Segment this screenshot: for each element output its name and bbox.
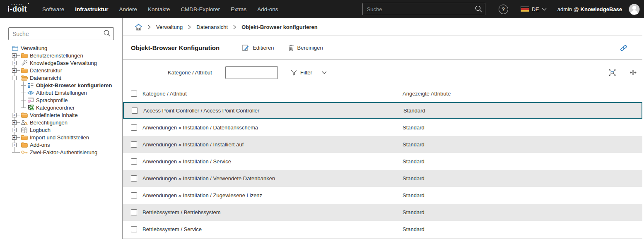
filter-button[interactable]: Filter (291, 69, 312, 76)
filter-button-label: Filter (300, 69, 312, 76)
tree-connector (21, 85, 26, 86)
topbar-search-input[interactable] (362, 3, 485, 15)
tree-item-import-und-schnittstellen[interactable]: +Import und Schnittstellen (0, 134, 122, 141)
link-icon[interactable] (619, 44, 628, 52)
collapse-toggle[interactable]: − (12, 76, 17, 80)
row-category-label: Anwendungen » Installation / Verwendete … (142, 175, 403, 182)
breadcrumb-separator-icon (188, 25, 191, 29)
menu-item-extras[interactable]: Extras (225, 0, 252, 18)
folder-icon (21, 135, 28, 140)
tree-item-attribut-einstellungen[interactable]: Attribut Einstellungen (0, 89, 122, 96)
user-menu[interactable]: admin @ KnowledgeBase (557, 6, 622, 12)
row-category-label: Anwendungen » Installation / Datenbanksc… (142, 124, 403, 131)
table-header: Kategorie / Attribut Angezeigte Attribut… (123, 85, 642, 102)
row-checkbox[interactable] (132, 108, 138, 114)
table-body: Access Point Controller / Access Point C… (123, 102, 642, 239)
row-checkbox[interactable] (131, 209, 137, 215)
menu-item-cmdb-explorer[interactable]: CMDB-Explorer (175, 0, 225, 18)
menu-item-add-ons[interactable]: Add-ons (252, 0, 283, 18)
folder-icon (21, 53, 28, 58)
tree-item-logbuch[interactable]: +Logbuch (0, 126, 122, 134)
purge-button[interactable]: Bereinigen (288, 44, 323, 51)
edit-button-label: Editieren (253, 45, 274, 51)
expand-toggle[interactable]: + (12, 120, 17, 125)
tree-item-label: Attribut Einstellungen (36, 90, 87, 96)
table-row[interactable]: Anwendungen » Installation / Datenbanksc… (123, 119, 642, 136)
menu-item-software[interactable]: Software (37, 0, 70, 18)
tree-connector (17, 70, 20, 71)
fullscreen-icon[interactable] (609, 69, 616, 76)
table-row[interactable]: Anwendungen » Installation / Installiert… (123, 136, 642, 153)
tree-connector (17, 55, 20, 56)
search-icon[interactable] (475, 5, 482, 12)
tree-item-datenansicht[interactable]: −Datenansicht (0, 74, 122, 81)
column-resize-icon[interactable] (630, 69, 637, 76)
tree-connector (17, 122, 20, 123)
table-row[interactable]: Betriebssystem / ServiceStandard (123, 221, 642, 238)
tree-item-kategorieordner[interactable]: Kategorieordner (0, 104, 122, 111)
tree-item-label: Berechtigungen (30, 120, 68, 126)
expand-toggle[interactable]: + (12, 68, 17, 73)
breadcrumb-item-verwaltung[interactable]: Verwaltung (156, 24, 183, 30)
tree-item-label: Kategorieordner (36, 105, 75, 111)
object-browser-icon (27, 83, 34, 88)
eye-icon (27, 91, 34, 95)
sidebar-search-input[interactable] (8, 27, 114, 40)
table-row[interactable]: Anwendungen » Installation / Zugewiesene… (123, 187, 642, 204)
row-checkbox[interactable] (131, 175, 137, 182)
expand-toggle[interactable]: + (12, 61, 17, 65)
tree-item-berechtigungen[interactable]: +Berechtigungen (0, 119, 122, 126)
tree-item-add-ons[interactable]: +Add-ons (0, 141, 122, 148)
home-icon[interactable] (135, 24, 142, 31)
language-selector[interactable]: DE (521, 6, 547, 12)
tree-item-vordefinierte-inhalte[interactable]: +Vordefinierte Inhalte (0, 111, 122, 119)
table-row[interactable]: Anwendungen » Installation / Verwendete … (123, 170, 642, 187)
tree-root-verwaltung[interactable]: Verwaltung (0, 44, 122, 52)
app-logo[interactable]: i-doit (7, 5, 27, 14)
search-icon[interactable] (104, 30, 111, 37)
expand-toggle[interactable]: + (12, 135, 17, 140)
tree-item-benutzereinstellungen[interactable]: +Benutzereinstellungen (0, 52, 122, 59)
select-all-checkbox[interactable] (131, 91, 137, 97)
tree-item-knowledgebase-verwaltung[interactable]: +KnowledgeBase Verwaltung (0, 59, 122, 67)
avatar[interactable] (629, 4, 640, 15)
tree-item-datenstruktur[interactable]: +Datenstruktur (0, 67, 122, 74)
row-checkbox[interactable] (131, 141, 137, 148)
edit-button[interactable]: Editieren (242, 44, 274, 51)
tree-item-sprachprofile[interactable]: Sprachprofile (0, 96, 122, 104)
expand-toggle[interactable]: + (12, 53, 17, 58)
row-attributes-label: Standard (403, 175, 642, 182)
filter-dropdown-icon[interactable] (322, 71, 327, 74)
help-icon[interactable] (499, 5, 508, 14)
tree-item-label: Add-ons (30, 142, 50, 148)
row-checkbox[interactable] (131, 226, 137, 232)
table-row[interactable]: Anwendungen » Installation / ServiceStan… (123, 153, 642, 170)
row-attributes-label: Standard (403, 209, 642, 215)
tree-connector (21, 100, 26, 100)
expand-toggle[interactable]: + (12, 113, 17, 117)
filter-bar: Kategorie / Attribut Filter (123, 60, 642, 85)
breadcrumb-separator-icon (148, 25, 151, 29)
menu-item-infrastruktur[interactable]: Infrastruktur (70, 0, 113, 18)
tree-item-zwei-faktor-authentisierung[interactable]: Zwei-Faktor-Authentisierung (0, 148, 122, 156)
filter-label: Kategorie / Attribut (168, 69, 212, 76)
title-actions: Editieren Bereinigen (242, 44, 323, 51)
tree-connector (17, 137, 20, 138)
tree-item-label: Objekt-Browser konfigurieren (36, 82, 112, 88)
menu-item-kontakte[interactable]: Kontakte (142, 0, 175, 18)
expand-toggle[interactable]: + (12, 143, 17, 147)
menu-item-andere[interactable]: Andere (114, 0, 143, 18)
breadcrumb-item-datenansicht[interactable]: Datenansicht (196, 24, 228, 30)
expand-toggle[interactable]: + (12, 128, 17, 132)
row-checkbox[interactable] (131, 158, 137, 165)
tree-connector (17, 130, 20, 130)
table-row[interactable]: Betriebssystem / BetriebssystemStandard (123, 204, 642, 221)
breadcrumb-separator-icon (233, 25, 236, 29)
tree-item-objekt-browser-konfigurieren[interactable]: Objekt-Browser konfigurieren (0, 81, 122, 89)
table-row[interactable]: Access Point Controller / Access Point C… (123, 102, 642, 119)
folder-icon (21, 68, 28, 73)
filter-input[interactable] (225, 66, 278, 79)
row-checkbox[interactable] (131, 124, 137, 131)
purge-button-label: Bereinigen (297, 45, 323, 51)
row-checkbox[interactable] (131, 192, 137, 198)
